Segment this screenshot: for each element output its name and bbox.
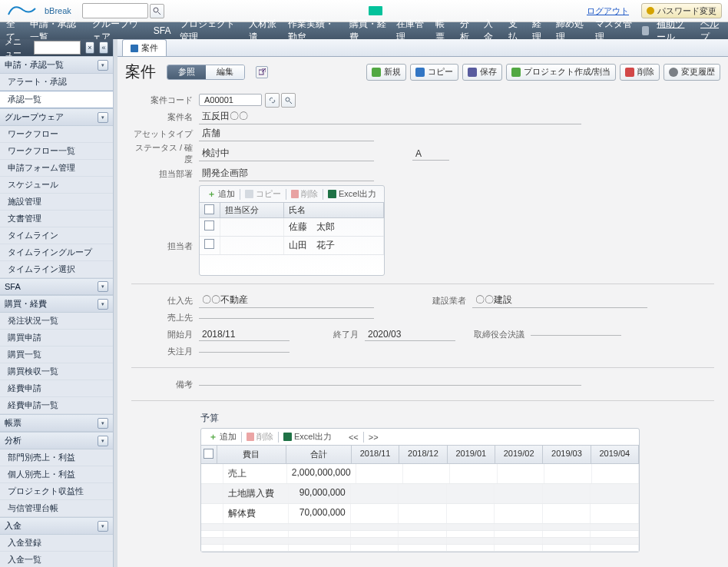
sidebar-item[interactable]: 購買申請: [0, 330, 113, 346]
code-link-button[interactable]: [265, 93, 280, 108]
sidebar-item[interactable]: タイムライン選択: [0, 261, 113, 278]
budget-cell[interactable]: [447, 484, 495, 503]
field-status[interactable]: 検討中: [199, 146, 374, 161]
budget-prev-button[interactable]: <<: [346, 433, 362, 442]
save-button[interactable]: 保存: [462, 64, 502, 81]
budget-cell[interactable]: [592, 464, 639, 483]
budget-cell[interactable]: [399, 545, 447, 551]
staff-delete-button[interactable]: 削除: [288, 188, 321, 200]
staff-checkbox-all[interactable]: [204, 204, 214, 214]
tab-matter[interactable]: 案件: [122, 39, 167, 56]
budget-cell[interactable]: [351, 538, 399, 544]
sidebar-section[interactable]: SFA▾: [0, 278, 113, 295]
budget-cell[interactable]: [450, 464, 497, 483]
sidebar-section[interactable]: 入金▾: [0, 517, 113, 535]
budget-checkbox-all[interactable]: [204, 449, 213, 459]
budget-add-button[interactable]: ＋追加: [206, 431, 240, 443]
staff-row[interactable]: 山田 花子: [200, 237, 384, 255]
budget-cell[interactable]: [591, 504, 639, 523]
new-button[interactable]: 新規: [366, 64, 406, 81]
mode-edit-button[interactable]: 編集: [206, 65, 244, 79]
sidebar-item[interactable]: タイムライングループ: [0, 244, 113, 261]
sidebar-item[interactable]: ワークフロー: [0, 126, 113, 143]
budget-cell[interactable]: [447, 524, 495, 530]
budget-cell[interactable]: [498, 464, 544, 483]
mode-external-button[interactable]: [256, 66, 268, 78]
sidebar-item[interactable]: アラート・承認: [0, 74, 113, 91]
budget-cell[interactable]: [399, 531, 447, 537]
staff-copy-button[interactable]: コピー: [242, 188, 284, 200]
sidebar-section[interactable]: 帳票▾: [0, 414, 113, 432]
sidebar-item[interactable]: タイムライン: [0, 227, 113, 244]
budget-cell[interactable]: [591, 524, 639, 530]
field-asset[interactable]: 店舗: [199, 126, 374, 141]
budget-cell[interactable]: [495, 531, 543, 537]
field-board[interactable]: [531, 333, 621, 336]
budget-cell[interactable]: [495, 524, 543, 530]
budget-cell[interactable]: [351, 524, 399, 530]
field-lost[interactable]: [199, 350, 290, 353]
field-buyer[interactable]: [199, 317, 374, 319]
app-logo[interactable]: [6, 4, 37, 18]
staff-checkbox[interactable]: [204, 220, 214, 230]
search-button[interactable]: [150, 4, 164, 18]
delete-button[interactable]: 削除: [620, 64, 660, 81]
sidebar-item[interactable]: スケジュール: [0, 177, 113, 194]
budget-cell[interactable]: [543, 531, 591, 537]
budget-cell[interactable]: [543, 538, 591, 544]
budget-cell[interactable]: [591, 484, 639, 503]
menu-collapse-button[interactable]: «: [99, 41, 108, 54]
budget-row[interactable]: 解体費70,000,000: [201, 504, 639, 524]
budget-cell[interactable]: [447, 538, 495, 544]
budget-row[interactable]: [201, 531, 639, 538]
sidebar-item[interactable]: 入金登録: [0, 535, 113, 552]
budget-cell[interactable]: [399, 484, 447, 503]
budget-cell[interactable]: [495, 545, 543, 551]
staff-row[interactable]: 佐藤 太郎: [200, 218, 384, 237]
field-start[interactable]: 2018/11: [199, 328, 290, 341]
budget-delete-button[interactable]: 削除: [243, 431, 276, 443]
budget-cell[interactable]: [351, 504, 399, 523]
sidebar-item[interactable]: ワークフロー一覧: [0, 143, 113, 160]
password-change-button[interactable]: パスワード変更: [641, 3, 722, 18]
sidebar-item[interactable]: 与信管理台帳: [0, 500, 113, 517]
project-assign-button[interactable]: プロジェクト作成/割当: [506, 64, 616, 81]
budget-cell[interactable]: [495, 484, 543, 503]
field-dept[interactable]: 開発企画部: [199, 166, 374, 181]
budget-cell[interactable]: [495, 504, 543, 523]
budget-cell[interactable]: [591, 545, 639, 551]
sidebar-item[interactable]: 文書管理: [0, 211, 113, 227]
sidebar-item[interactable]: 承認一覧: [0, 91, 113, 108]
budget-cell[interactable]: [543, 524, 591, 530]
field-vendor[interactable]: 〇〇不動産: [199, 293, 374, 308]
budget-cell[interactable]: [495, 538, 543, 544]
sidebar-section[interactable]: 申請・承認一覧▾: [0, 56, 113, 74]
budget-cell[interactable]: [544, 464, 591, 483]
nav-item[interactable]: SFA: [154, 25, 171, 36]
budget-next-button[interactable]: >>: [366, 433, 382, 442]
budget-row[interactable]: [201, 524, 639, 531]
code-search-button[interactable]: [281, 93, 296, 108]
budget-cell[interactable]: [351, 531, 399, 537]
field-name[interactable]: 五反田〇〇: [199, 109, 581, 124]
budget-excel-button[interactable]: Excel出力: [280, 431, 335, 443]
budget-cell[interactable]: [351, 484, 399, 503]
sidebar-section[interactable]: 分析▾: [0, 432, 113, 449]
sidebar-item[interactable]: 部門別売上・利益: [0, 449, 113, 466]
budget-cell[interactable]: [403, 464, 450, 483]
budget-row[interactable]: [201, 538, 639, 545]
field-memo[interactable]: [199, 383, 581, 386]
budget-cell[interactable]: [447, 531, 495, 537]
sidebar-item[interactable]: 申請フォーム管理: [0, 160, 113, 177]
sidebar-section[interactable]: グループウェア▾: [0, 108, 113, 126]
sidebar-item[interactable]: 個人別売上・利益: [0, 466, 113, 483]
staff-excel-button[interactable]: Excel出力: [325, 188, 379, 200]
budget-cell[interactable]: [591, 531, 639, 537]
mail-icon[interactable]: [369, 6, 382, 15]
sidebar-item[interactable]: 購買一覧: [0, 346, 113, 363]
sidebar-item[interactable]: 購買検収一覧: [0, 363, 113, 380]
budget-cell[interactable]: [447, 504, 495, 523]
mode-view-button[interactable]: 参照: [167, 65, 206, 79]
budget-cell[interactable]: [543, 504, 591, 523]
budget-cell[interactable]: [543, 545, 591, 551]
